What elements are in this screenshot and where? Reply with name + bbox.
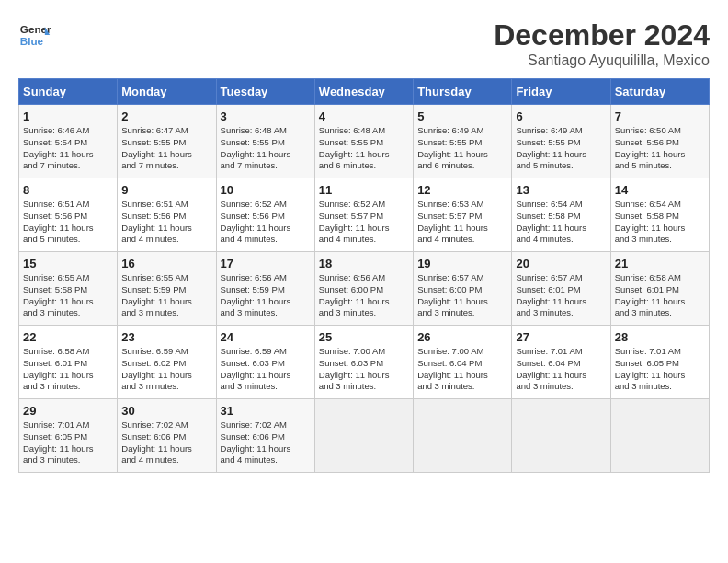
day-number: 31 [221, 404, 311, 418]
day-number: 22 [23, 330, 113, 344]
day-info: Sunrise: 6:57 AM Sunset: 6:01 PM Dayligh… [516, 272, 606, 319]
day-info: Sunrise: 7:00 AM Sunset: 6:03 PM Dayligh… [319, 346, 409, 393]
day-number: 15 [23, 257, 113, 270]
day-info: Sunrise: 6:52 AM Sunset: 5:56 PM Dayligh… [221, 199, 311, 246]
calendar-cell: 2Sunrise: 6:47 AM Sunset: 5:55 PM Daylig… [118, 105, 216, 178]
day-number: 23 [121, 330, 211, 344]
day-number: 13 [516, 183, 606, 197]
calendar-cell: 21Sunrise: 6:58 AM Sunset: 6:01 PM Dayli… [610, 252, 709, 326]
day-number: 29 [23, 404, 113, 418]
calendar-cell [414, 399, 512, 473]
svg-text:Blue: Blue [20, 35, 44, 47]
day-number: 18 [319, 257, 409, 270]
calendar-cell: 1Sunrise: 6:46 AM Sunset: 5:54 PM Daylig… [19, 105, 118, 178]
day-info: Sunrise: 6:51 AM Sunset: 5:56 PM Dayligh… [23, 199, 113, 246]
day-info: Sunrise: 6:53 AM Sunset: 5:57 PM Dayligh… [417, 199, 507, 246]
day-number: 5 [417, 109, 507, 123]
day-number: 25 [319, 330, 409, 344]
day-info: Sunrise: 6:47 AM Sunset: 5:55 PM Dayligh… [121, 125, 211, 172]
day-info: Sunrise: 7:01 AM Sunset: 6:05 PM Dayligh… [615, 346, 705, 393]
calendar-cell: 18Sunrise: 6:56 AM Sunset: 6:00 PM Dayli… [314, 252, 413, 326]
day-info: Sunrise: 7:01 AM Sunset: 6:04 PM Dayligh… [516, 346, 606, 393]
weekday-header-sunday: Sunday [19, 79, 118, 105]
weekday-header-wednesday: Wednesday [314, 79, 413, 105]
day-info: Sunrise: 6:55 AM Sunset: 5:59 PM Dayligh… [121, 272, 211, 319]
calendar-cell: 6Sunrise: 6:49 AM Sunset: 5:55 PM Daylig… [512, 105, 610, 178]
calendar-cell [512, 399, 610, 473]
day-info: Sunrise: 6:58 AM Sunset: 6:01 PM Dayligh… [615, 272, 705, 319]
day-info: Sunrise: 6:52 AM Sunset: 5:57 PM Dayligh… [319, 199, 409, 246]
day-number: 24 [221, 330, 311, 344]
day-info: Sunrise: 7:00 AM Sunset: 6:04 PM Dayligh… [417, 346, 507, 393]
logo: General Blue [18, 18, 51, 52]
day-info: Sunrise: 7:02 AM Sunset: 6:06 PM Dayligh… [121, 419, 211, 466]
calendar-cell: 10Sunrise: 6:52 AM Sunset: 5:56 PM Dayli… [216, 178, 314, 252]
day-number: 6 [516, 109, 606, 123]
calendar-cell: 13Sunrise: 6:54 AM Sunset: 5:58 PM Dayli… [512, 178, 610, 252]
month-title: December 2024 [494, 18, 710, 52]
calendar-cell: 24Sunrise: 6:59 AM Sunset: 6:03 PM Dayli… [216, 326, 314, 399]
calendar-cell [314, 399, 413, 473]
calendar-week-row: 22Sunrise: 6:58 AM Sunset: 6:01 PM Dayli… [19, 326, 710, 399]
day-number: 7 [615, 109, 705, 123]
day-info: Sunrise: 6:58 AM Sunset: 6:01 PM Dayligh… [23, 346, 113, 393]
day-number: 10 [221, 183, 311, 197]
day-info: Sunrise: 6:54 AM Sunset: 5:58 PM Dayligh… [516, 199, 606, 246]
calendar-cell: 15Sunrise: 6:55 AM Sunset: 5:58 PM Dayli… [19, 252, 118, 326]
day-number: 4 [319, 109, 409, 123]
calendar-cell: 5Sunrise: 6:49 AM Sunset: 5:55 PM Daylig… [414, 105, 512, 178]
day-number: 12 [417, 183, 507, 197]
calendar-table: SundayMondayTuesdayWednesdayThursdayFrid… [18, 78, 710, 473]
day-info: Sunrise: 6:57 AM Sunset: 6:00 PM Dayligh… [417, 272, 507, 319]
day-number: 28 [615, 330, 705, 344]
calendar-cell: 30Sunrise: 7:02 AM Sunset: 6:06 PM Dayli… [118, 399, 216, 473]
day-info: Sunrise: 6:56 AM Sunset: 6:00 PM Dayligh… [319, 272, 409, 319]
day-info: Sunrise: 6:46 AM Sunset: 5:54 PM Dayligh… [23, 125, 113, 172]
day-number: 30 [121, 404, 211, 418]
day-info: Sunrise: 6:54 AM Sunset: 5:58 PM Dayligh… [615, 199, 705, 246]
weekday-header-saturday: Saturday [610, 79, 709, 105]
day-number: 17 [221, 257, 311, 270]
calendar-cell: 9Sunrise: 6:51 AM Sunset: 5:56 PM Daylig… [118, 178, 216, 252]
day-info: Sunrise: 7:02 AM Sunset: 6:06 PM Dayligh… [221, 419, 311, 466]
day-number: 9 [121, 183, 211, 197]
calendar-week-row: 8Sunrise: 6:51 AM Sunset: 5:56 PM Daylig… [19, 178, 710, 252]
weekday-header-friday: Friday [512, 79, 610, 105]
calendar-cell: 29Sunrise: 7:01 AM Sunset: 6:05 PM Dayli… [19, 399, 118, 473]
calendar-cell: 16Sunrise: 6:55 AM Sunset: 5:59 PM Dayli… [118, 252, 216, 326]
day-info: Sunrise: 6:51 AM Sunset: 5:56 PM Dayligh… [121, 199, 211, 246]
title-block: December 2024 Santiago Ayuquililla, Mexi… [494, 18, 710, 69]
calendar-cell: 8Sunrise: 6:51 AM Sunset: 5:56 PM Daylig… [19, 178, 118, 252]
day-info: Sunrise: 6:48 AM Sunset: 5:55 PM Dayligh… [221, 125, 311, 172]
day-info: Sunrise: 6:56 AM Sunset: 5:59 PM Dayligh… [221, 272, 311, 319]
day-number: 2 [121, 109, 211, 123]
day-number: 20 [516, 257, 606, 270]
calendar-cell: 26Sunrise: 7:00 AM Sunset: 6:04 PM Dayli… [414, 326, 512, 399]
page-header: General Blue December 2024 Santiago Ayuq… [18, 18, 710, 69]
weekday-header-thursday: Thursday [414, 79, 512, 105]
calendar-cell: 12Sunrise: 6:53 AM Sunset: 5:57 PM Dayli… [414, 178, 512, 252]
calendar-week-row: 29Sunrise: 7:01 AM Sunset: 6:05 PM Dayli… [19, 399, 710, 473]
calendar-cell: 14Sunrise: 6:54 AM Sunset: 5:58 PM Dayli… [610, 178, 709, 252]
calendar-cell: 31Sunrise: 7:02 AM Sunset: 6:06 PM Dayli… [216, 399, 314, 473]
day-number: 14 [615, 183, 705, 197]
calendar-cell: 23Sunrise: 6:59 AM Sunset: 6:02 PM Dayli… [118, 326, 216, 399]
calendar-week-row: 1Sunrise: 6:46 AM Sunset: 5:54 PM Daylig… [19, 105, 710, 178]
calendar-body: 1Sunrise: 6:46 AM Sunset: 5:54 PM Daylig… [19, 105, 710, 473]
calendar-cell [610, 399, 709, 473]
calendar-cell: 25Sunrise: 7:00 AM Sunset: 6:03 PM Dayli… [314, 326, 413, 399]
day-number: 8 [23, 183, 113, 197]
calendar-week-row: 15Sunrise: 6:55 AM Sunset: 5:58 PM Dayli… [19, 252, 710, 326]
calendar-cell: 22Sunrise: 6:58 AM Sunset: 6:01 PM Dayli… [19, 326, 118, 399]
day-info: Sunrise: 6:49 AM Sunset: 5:55 PM Dayligh… [516, 125, 606, 172]
logo-icon: General Blue [18, 18, 51, 52]
day-info: Sunrise: 6:50 AM Sunset: 5:56 PM Dayligh… [615, 125, 705, 172]
calendar-cell: 3Sunrise: 6:48 AM Sunset: 5:55 PM Daylig… [216, 105, 314, 178]
day-number: 27 [516, 330, 606, 344]
day-info: Sunrise: 7:01 AM Sunset: 6:05 PM Dayligh… [23, 419, 113, 466]
calendar-cell: 17Sunrise: 6:56 AM Sunset: 5:59 PM Dayli… [216, 252, 314, 326]
weekday-header-tuesday: Tuesday [216, 79, 314, 105]
calendar-cell: 11Sunrise: 6:52 AM Sunset: 5:57 PM Dayli… [314, 178, 413, 252]
day-number: 3 [221, 109, 311, 123]
day-info: Sunrise: 6:49 AM Sunset: 5:55 PM Dayligh… [417, 125, 507, 172]
